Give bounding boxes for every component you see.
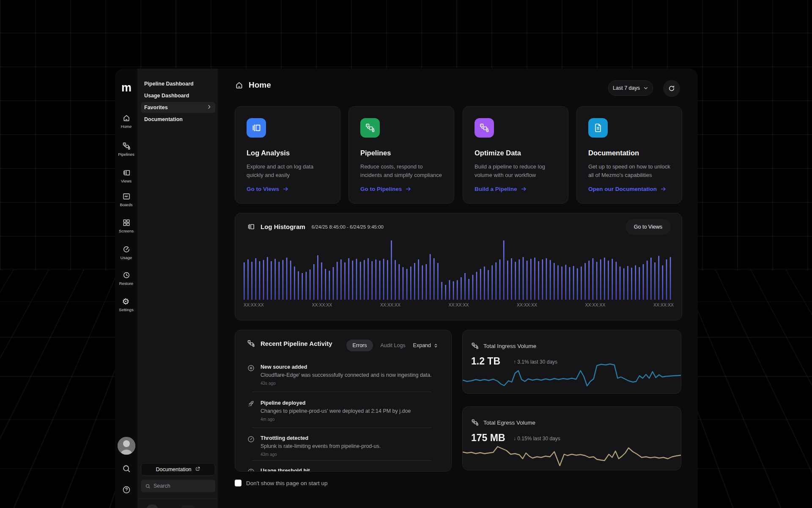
usage-icon	[122, 245, 131, 254]
open-our-documentation-link[interactable]: Open our Documentation	[588, 186, 667, 192]
pipelines-icon	[471, 419, 479, 426]
document-icon	[588, 118, 608, 138]
views-icon	[122, 168, 131, 177]
date-range-dropdown[interactable]: Last 7 days	[608, 80, 653, 96]
menu-item-usage-dashboard[interactable]: Usage Dashboard	[141, 90, 215, 101]
views-icon	[247, 223, 255, 231]
startup-checkbox-row: Don't show this page on start up	[235, 480, 327, 486]
restore-icon	[122, 271, 131, 279]
plus-circle-icon	[247, 364, 255, 372]
activity-item[interactable]: Pipeline deployed Changes to pipeline-pr…	[247, 400, 440, 422]
pipelines-icon	[122, 142, 131, 150]
expand-control[interactable]: Expand	[413, 342, 439, 348]
ingress-header: Total Ingress Volume	[471, 342, 536, 350]
arrow-right-icon	[660, 186, 667, 192]
tab-audit-logs[interactable]: Audit Logs	[381, 342, 406, 348]
avatar[interactable]	[115, 437, 137, 455]
help-icon[interactable]	[115, 485, 137, 494]
activity-item[interactable]: New source added Cloudflare-Edge' was su…	[247, 364, 440, 386]
pipelines-icon	[471, 342, 479, 350]
page-title: Home	[235, 80, 271, 90]
screen: m Home Pipelines Views Boards Screens	[0, 0, 812, 508]
rail-item-screens[interactable]: Screens	[115, 218, 137, 233]
recent-pipeline-activity-panel: Recent Pipeline Activity Errors Audit Lo…	[235, 330, 452, 472]
pipelines-icon	[360, 118, 380, 138]
rail-item-views[interactable]: Views	[115, 168, 137, 183]
arrow-right-icon	[405, 186, 411, 192]
boards-icon	[122, 192, 131, 201]
chevron-right-icon	[206, 104, 212, 111]
go-to-views-button[interactable]: Go to Views	[625, 219, 671, 235]
home-icon	[235, 81, 244, 90]
menu-item-favorites[interactable]: Favorites	[141, 102, 215, 113]
card-log-analysis: Log Analysis Explore and act on log data…	[235, 106, 340, 204]
views-icon	[247, 118, 266, 138]
home-icon	[122, 114, 131, 122]
pipelines-icon	[247, 340, 255, 348]
rail-item-restore[interactable]: Restore	[115, 271, 137, 286]
documentation-button[interactable]: Documentation	[141, 463, 215, 476]
search-input[interactable]: Search	[141, 480, 215, 492]
search-icon[interactable]	[115, 464, 137, 473]
card-optimize-data: Optimize Data Build a pipeline to reduce…	[463, 106, 568, 204]
x-axis-labels: XX:XX:XXXX:XX:XXXX:XX:XXXX:XX:XXXX:XX:XX…	[244, 302, 674, 307]
go-to-pipelines-link[interactable]: Go to Pipelines	[360, 186, 411, 192]
egress-line-chart	[463, 438, 681, 469]
ingress-line-chart	[463, 361, 681, 393]
mezmo-logo: m	[115, 81, 137, 94]
gauge-icon	[247, 435, 255, 443]
chevron-down-icon	[643, 86, 648, 91]
info-circle-icon	[247, 468, 255, 472]
main-content: Home Last 7 days Log Analysis Explore an…	[218, 69, 698, 508]
rail-item-home[interactable]: Home	[115, 114, 137, 129]
menu-panel: Pipeline Dashboard Usage Dashboard Favor…	[137, 69, 218, 508]
log-histogram-panel: Log Histogram 6/24/25 8:45:00 - 6/24/25 …	[235, 213, 682, 320]
menu-partial-box	[182, 505, 195, 508]
rocket-icon	[247, 400, 255, 408]
menu-item-documentation[interactable]: Documentation	[141, 114, 215, 125]
rail-item-usage[interactable]: Usage	[115, 245, 137, 260]
total-egress-volume-card: Total Egress Volume 175 MB ↓ 0.15% last …	[462, 406, 681, 470]
rail-item-boards[interactable]: Boards	[115, 192, 137, 207]
arrow-right-icon	[521, 186, 527, 192]
gear-icon: ⚙	[122, 297, 131, 306]
arrow-right-icon	[283, 186, 289, 192]
activity-header: Recent Pipeline Activity	[247, 340, 332, 348]
icon-rail: m Home Pipelines Views Boards Screens	[115, 69, 137, 508]
menu-divider	[137, 499, 218, 499]
activity-item[interactable]: Usage threshold hit	[247, 468, 440, 472]
card-pipelines: Pipelines Reduce costs, respond to incid…	[348, 106, 454, 204]
screens-icon	[122, 218, 131, 227]
activity-item[interactable]: Throttling detected Splunk is rate-limit…	[247, 435, 440, 457]
dont-show-checkbox[interactable]	[235, 480, 241, 486]
menu-partial-pill	[147, 505, 158, 508]
card-documentation: Documentation Get up to speed on how to …	[576, 106, 682, 204]
build-a-pipeline-link[interactable]: Build a Pipeline	[475, 186, 527, 192]
refresh-icon	[668, 85, 675, 92]
refresh-button[interactable]	[663, 80, 680, 97]
rail-item-settings[interactable]: ⚙ Settings	[115, 297, 137, 312]
go-to-views-link[interactable]: Go to Views	[247, 186, 289, 192]
tab-errors[interactable]: Errors	[346, 340, 373, 351]
log-histogram-header: Log Histogram 6/24/25 8:45:00 - 6/24/25 …	[247, 223, 384, 231]
unfold-icon	[433, 343, 439, 348]
menu-item-pipeline-dashboard[interactable]: Pipeline Dashboard	[141, 78, 215, 89]
rail-item-pipelines[interactable]: Pipelines	[115, 142, 137, 157]
pipelines-icon	[475, 118, 494, 138]
log-histogram-chart	[244, 240, 674, 300]
external-link-icon	[195, 466, 200, 473]
egress-header: Total Egress Volume	[471, 419, 535, 426]
total-ingress-volume-card: Total Ingress Volume 1.2 TB ↑ 3.1% last …	[462, 330, 681, 394]
app-window: m Home Pipelines Views Boards Screens	[115, 69, 698, 508]
